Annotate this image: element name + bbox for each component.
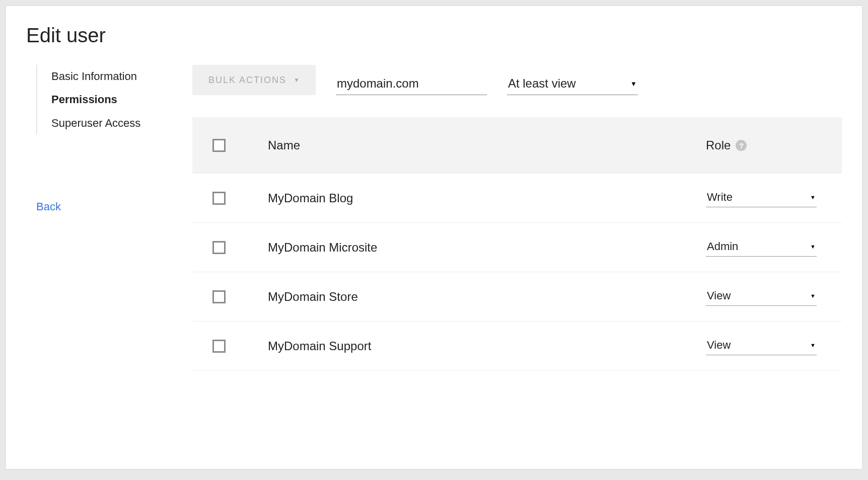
role-select[interactable]: Write ▼	[706, 189, 817, 207]
role-select[interactable]: View ▼	[706, 287, 817, 306]
table-row: MyDomain Microsite Admin ▼	[192, 223, 842, 272]
row-checkbox-cell	[212, 241, 268, 254]
table-row: MyDomain Store View ▼	[192, 272, 842, 322]
chevron-down-icon: ▼	[810, 342, 816, 348]
row-name: MyDomain Store	[268, 290, 706, 304]
row-role-cell: View ▼	[706, 287, 822, 306]
permissions-table: Name Role ? MyDomain Blog Write ▼	[192, 117, 842, 371]
bulk-actions-button[interactable]: BULK ACTIONS ▼	[192, 65, 316, 95]
role-select[interactable]: View ▼	[706, 337, 817, 355]
sidebar-nav: Basic Information Permissions Superuser …	[36, 65, 182, 135]
row-name: MyDomain Microsite	[268, 241, 706, 255]
row-checkbox-cell	[212, 290, 268, 303]
role-select-label: View	[707, 289, 731, 302]
row-checkbox[interactable]	[212, 340, 226, 353]
table-row: MyDomain Blog Write ▼	[192, 174, 842, 223]
row-checkbox[interactable]	[212, 192, 226, 205]
table-header-row: Name Role ?	[192, 117, 842, 174]
chevron-down-icon: ▼	[810, 194, 816, 200]
page-title: Edit user	[26, 24, 842, 47]
row-role-cell: Admin ▼	[706, 238, 822, 257]
role-select-label: View	[707, 339, 731, 352]
chevron-down-icon: ▼	[810, 244, 816, 250]
row-name: MyDomain Blog	[268, 191, 706, 205]
header-checkbox-cell	[212, 139, 268, 152]
page-container: Edit user Basic Information Permissions …	[6, 6, 862, 469]
role-filter-select[interactable]: At least view ▼	[507, 72, 638, 95]
header-name: Name	[268, 138, 706, 152]
role-filter-label: At least view	[508, 76, 576, 91]
header-role: Role ?	[706, 138, 822, 152]
domain-filter-input[interactable]	[336, 72, 487, 95]
row-checkbox[interactable]	[212, 241, 226, 254]
chevron-down-icon: ▼	[294, 76, 300, 84]
sidebar-item-superuser-access[interactable]: Superuser Access	[51, 112, 182, 135]
bulk-actions-label: BULK ACTIONS	[208, 75, 286, 86]
chevron-down-icon: ▼	[630, 80, 637, 88]
row-role-cell: Write ▼	[706, 189, 822, 207]
chevron-down-icon: ▼	[810, 293, 816, 299]
row-role-cell: View ▼	[706, 337, 822, 355]
content-row: Basic Information Permissions Superuser …	[26, 65, 842, 371]
row-checkbox-cell	[212, 340, 268, 353]
table-row: MyDomain Support View ▼	[192, 322, 842, 371]
sidebar-item-basic-information[interactable]: Basic Information	[51, 65, 182, 88]
role-select[interactable]: Admin ▼	[706, 238, 817, 257]
select-all-checkbox[interactable]	[212, 139, 226, 152]
sidebar: Basic Information Permissions Superuser …	[26, 65, 182, 371]
sidebar-item-permissions[interactable]: Permissions	[51, 88, 182, 111]
row-checkbox-cell	[212, 192, 268, 205]
back-link[interactable]: Back	[36, 200, 182, 213]
role-select-label: Admin	[707, 240, 738, 253]
help-icon[interactable]: ?	[736, 140, 747, 151]
row-name: MyDomain Support	[268, 339, 706, 353]
role-select-label: Write	[707, 191, 733, 204]
toolbar: BULK ACTIONS ▼ At least view ▼	[192, 65, 842, 95]
row-checkbox[interactable]	[212, 290, 226, 303]
header-role-label: Role	[706, 138, 731, 152]
main-content: BULK ACTIONS ▼ At least view ▼ Name Rol	[192, 65, 842, 371]
